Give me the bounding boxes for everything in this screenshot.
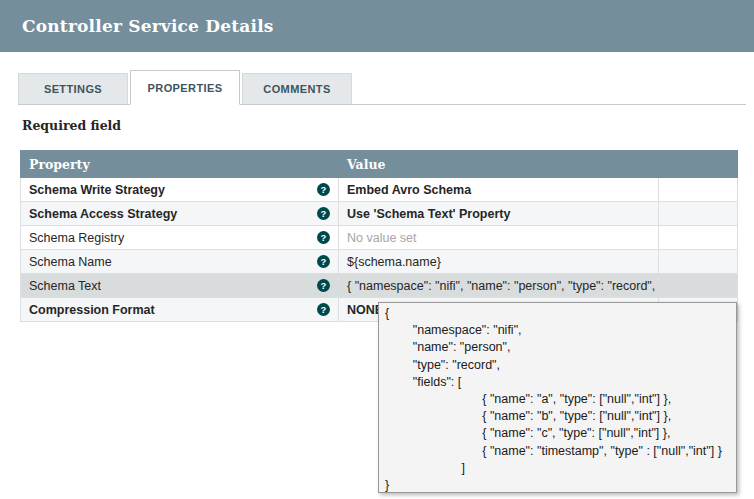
help-icon[interactable]: ? xyxy=(317,303,330,316)
help-icon[interactable]: ? xyxy=(317,255,330,268)
row-extra-cell xyxy=(659,202,737,225)
table-row[interactable]: Schema Write Strategy ? Embed Avro Schem… xyxy=(21,178,737,202)
property-cell: Schema Access Strategy ? xyxy=(21,202,339,225)
table-row[interactable]: Schema Text ? { "namespace": "nifi", "na… xyxy=(21,274,737,298)
property-value[interactable]: Embed Avro Schema xyxy=(339,178,659,201)
help-icon[interactable]: ? xyxy=(317,279,330,292)
property-cell: Schema Name ? xyxy=(21,250,339,273)
table-row[interactable]: Schema Name ? ${schema.name} xyxy=(21,250,737,274)
dialog-title: Controller Service Details xyxy=(22,16,274,36)
property-name-label: Schema Write Strategy xyxy=(29,183,317,197)
help-icon[interactable]: ? xyxy=(317,183,330,196)
property-cell: Schema Registry ? xyxy=(21,226,339,249)
table-row[interactable]: Schema Registry ? No value set xyxy=(21,226,737,250)
tab-bar: SETTINGS PROPERTIES COMMENTS xyxy=(18,70,746,105)
row-extra-cell xyxy=(659,274,737,297)
property-name-label: Schema Text xyxy=(29,279,317,293)
schema-text-tooltip: { "namespace": "nifi", "name": "person",… xyxy=(378,302,737,493)
properties-table: Property Value Schema Write Strategy ? E… xyxy=(20,150,738,322)
property-cell: Schema Text ? xyxy=(21,274,339,297)
property-value[interactable]: Use 'Schema Text' Property xyxy=(339,202,659,225)
property-name-label: Schema Name xyxy=(29,255,317,269)
column-header-value: Value xyxy=(338,157,658,172)
property-name-label: Schema Registry xyxy=(29,231,317,245)
required-field-note: Required field xyxy=(22,118,121,133)
property-value[interactable]: { "namespace": "nifi", "name": "person",… xyxy=(339,274,659,297)
property-value[interactable]: No value set xyxy=(339,226,659,249)
row-extra-cell xyxy=(659,250,737,273)
tab-comments[interactable]: COMMENTS xyxy=(242,73,352,104)
property-cell: Compression Format ? xyxy=(21,298,339,321)
property-cell: Schema Write Strategy ? xyxy=(21,178,339,201)
tab-settings[interactable]: SETTINGS xyxy=(18,73,128,104)
property-name-label: Compression Format xyxy=(29,303,317,317)
controller-service-details-dialog: Controller Service Details SETTINGS PROP… xyxy=(0,0,754,499)
property-name-label: Schema Access Strategy xyxy=(29,207,317,221)
column-header-property: Property xyxy=(20,157,338,172)
row-extra-cell xyxy=(659,226,737,249)
table-row[interactable]: Schema Access Strategy ? Use 'Schema Tex… xyxy=(21,202,737,226)
tab-properties[interactable]: PROPERTIES xyxy=(130,70,240,105)
dialog-header: Controller Service Details xyxy=(0,0,754,52)
table-header-row: Property Value xyxy=(20,150,738,178)
help-icon[interactable]: ? xyxy=(317,207,330,220)
properties-table-body: Schema Write Strategy ? Embed Avro Schem… xyxy=(20,178,738,322)
help-icon[interactable]: ? xyxy=(317,231,330,244)
property-value[interactable]: ${schema.name} xyxy=(339,250,659,273)
row-extra-cell xyxy=(659,178,737,201)
